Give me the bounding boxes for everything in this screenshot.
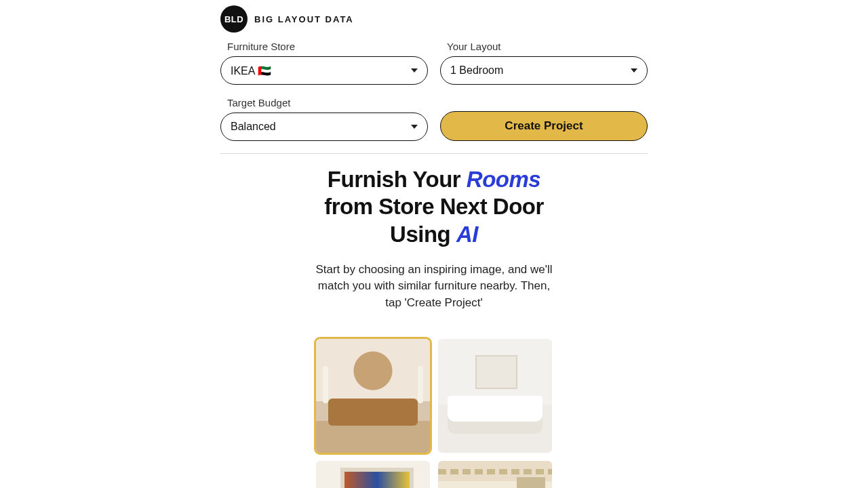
layout-select[interactable]: 1 Bedroom bbox=[440, 56, 648, 85]
inspiration-thumb[interactable] bbox=[438, 461, 552, 488]
budget-label: Target Budget bbox=[220, 97, 428, 108]
budget-select[interactable]: Balanced bbox=[220, 113, 428, 141]
inspiration-thumb[interactable] bbox=[438, 339, 552, 453]
chevron-down-icon bbox=[631, 68, 637, 73]
layout-select-value: 1 Bedroom bbox=[450, 64, 503, 77]
chevron-down-icon bbox=[411, 68, 418, 73]
headline-emphasis-ai: AI bbox=[456, 222, 478, 247]
brand-badge: BLD bbox=[220, 5, 248, 33]
headline-text: from Store Next Door bbox=[324, 194, 544, 219]
headline-text: Furnish Your bbox=[328, 167, 467, 192]
divider bbox=[220, 153, 648, 154]
chevron-down-icon bbox=[411, 125, 418, 129]
budget-select-value: Balanced bbox=[231, 121, 276, 133]
headline-emphasis-rooms: Rooms bbox=[467, 167, 540, 192]
brand-header: BLD BIG LAYOUT DATA bbox=[220, 5, 648, 41]
store-select[interactable]: IKEA 🇦🇪 bbox=[220, 56, 428, 85]
brand-name: BIG LAYOUT DATA bbox=[254, 14, 354, 24]
headline: Furnish Your Rooms from Store Next Door … bbox=[220, 166, 648, 248]
inspiration-thumb[interactable] bbox=[316, 461, 430, 488]
headline-text: Using bbox=[390, 222, 456, 247]
store-label: Furniture Store bbox=[220, 41, 428, 52]
subheadline: Start by choosing an inspiring image, an… bbox=[312, 262, 556, 312]
inspiration-gallery bbox=[316, 339, 552, 488]
layout-label: Your Layout bbox=[440, 41, 648, 52]
create-project-button[interactable]: Create Project bbox=[440, 111, 648, 141]
inspiration-thumb[interactable] bbox=[316, 339, 430, 453]
store-select-value: IKEA 🇦🇪 bbox=[231, 64, 271, 77]
